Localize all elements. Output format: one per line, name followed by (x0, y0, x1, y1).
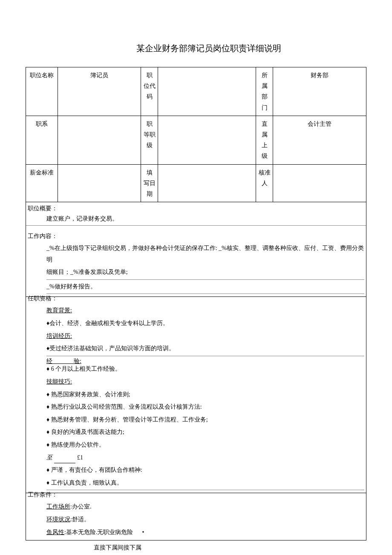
document-title: 某企业财务部簿记员岗位职责详细说明 (26, 43, 366, 54)
work-content-title: 工作内容： (26, 232, 366, 241)
skill-item-3: ♦ 熟悉财务管理、财务分析、管理会计等工作流程、工作业务; (46, 414, 364, 427)
header-row-2: 职系 职 等职 级 直 属 上 级 会计主管 (26, 116, 366, 164)
value-position-name: 簿记员 (58, 67, 141, 116)
section-work-condition: 工作条件： 工作场所:办公室. 环境状况:舒适。 鱼风性:基本无危险.无职业病危… (26, 490, 366, 540)
work-content-line3: _%做好财务报告。 (46, 281, 364, 294)
value-salary (58, 164, 141, 202)
qualification-body: 教育背景: ♦会计、经济、金融或相关专业专科以上学历。 培训经历: ♦受过经济法… (26, 303, 366, 493)
label-position-name: 职位名称 (26, 67, 58, 116)
experience-item: ♦ 6 个月以上相关工作经验。 (46, 363, 364, 376)
value-job-series (58, 116, 141, 164)
label-position-code: 职 位代 码 (141, 67, 158, 116)
label-salary: 薪金标准 (26, 164, 58, 202)
skill-title: 技能技巧: (46, 376, 364, 389)
label-job-series: 职系 (26, 116, 58, 164)
skill-item-4: ♦ 良好的沟通及书面表达能力; (46, 427, 364, 439)
training-title: 培训经历: (46, 331, 364, 343)
header-row-3: 薪金标准 填 写日 期 核准 人 (26, 164, 366, 202)
label-supervisor: 直 属 上 级 (256, 116, 273, 164)
education-item: ♦会计、经济、金融或相关专业专科以上学历。 (46, 318, 364, 331)
header-row-1: 职位名称 簿记员 职 位代 码 所 属 部 门 财务部 (26, 67, 366, 116)
work-content-line2: 细账目；_%准备发票以及凭单; (46, 267, 364, 280)
workplace-line: 工作场所:办公室. (46, 501, 364, 514)
education-title: 教育背景: (46, 305, 364, 318)
label-approver: 核准 人 (256, 164, 273, 202)
value-supervisor: 会计主管 (273, 116, 366, 164)
environment-line: 环境状况:舒适。 (46, 514, 364, 527)
value-fill-date (158, 164, 256, 202)
section-qualification: 任职资格： 教育背景: ♦会计、经济、金融或相关专业专科以上学历。 培训经历: … (26, 294, 366, 493)
label-fill-date: 填 写日 期 (141, 164, 158, 202)
skill-item-5: ♦ 熟练使用办公软件。 (46, 439, 364, 452)
work-condition-body: 工作场所:办公室. 环境状况:舒适。 鱼风性:基本无危险.无职业病危险 • (26, 500, 366, 540)
overview-content: 建立账户，记录财务交易。 (26, 213, 366, 226)
work-condition-title: 工作条件： (26, 490, 366, 500)
footer-lines: 直接下属间接下属 晋升方向轮转岗位 (26, 542, 366, 555)
value-job-grade (158, 116, 256, 164)
footer-line-1: 直接下属间接下属 (94, 542, 366, 553)
skill-item-2: ♦ 熟悉行业以及公司经营范围、业务流程以及会计核算方法: (46, 401, 364, 414)
qualification-title: 任职资格： (26, 294, 366, 303)
value-position-code (158, 67, 256, 116)
skill-item-1: ♦ 熟悉国家财务政策、会计准则; (46, 389, 364, 402)
risk-line: 鱼风性:基本无危险.无职业病危险 • (46, 527, 364, 540)
overview-title: 职位概要： (26, 204, 366, 213)
value-department: 财务部 (273, 67, 366, 116)
header-info-table: 职位名称 簿记员 职 位代 码 所 属 部 门 财务部 职系 职 等职 级 直 … (26, 67, 366, 202)
attitude-title: 至£1 (46, 452, 364, 465)
training-item: ♦受过经济法基础知识，产品知识等方面的培训。 (46, 343, 364, 356)
attitude-item-1: ♦ 严谨，有责任心，有团队合作精神: (46, 465, 364, 477)
section-overview: 职位概要： 建立账户，记录财务交易。 工作内容： _%在上级指导下记录组织交易，… (26, 202, 366, 297)
label-department: 所 属 部 门 (256, 67, 273, 116)
footer-line-2: 晋升方向轮转岗位 (94, 553, 366, 555)
attitude-item-2: ♦ 工作认真负责，细致认真。 (46, 477, 364, 491)
label-job-grade: 职 等职 级 (141, 116, 158, 164)
value-approver (273, 164, 366, 202)
work-content-body: _%在上级指导下记录组织交易，并做好各种会计凭证的保存工作: _%核实、整理、调… (26, 241, 366, 296)
work-content-line1: _%在上级指导下记录组织交易，并做好各种会计凭证的保存工作: _%核实、整理、调… (46, 243, 364, 267)
